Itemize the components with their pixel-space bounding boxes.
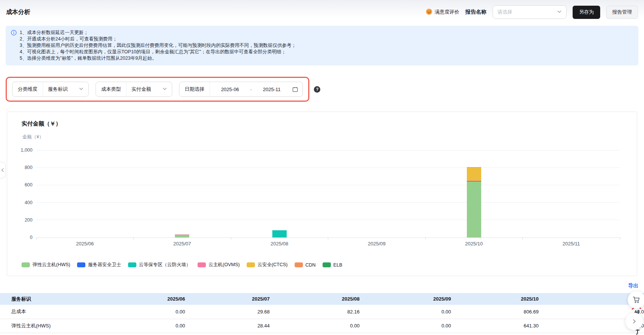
report-select[interactable]: 请选择 bbox=[493, 5, 567, 19]
legend-item[interactable]: 云主机(OVMS) bbox=[198, 262, 240, 268]
x-axis-label: 2025/09 bbox=[368, 241, 386, 247]
table-header-row: 服务标识2025/062025/072025/082025/092025/102… bbox=[0, 293, 644, 305]
date-end-input[interactable]: 2025-11 bbox=[252, 87, 292, 92]
legend-label: 云主机(OVMS) bbox=[208, 262, 240, 268]
legend-item[interactable]: CDN bbox=[295, 262, 316, 268]
date-label: 日期选择 bbox=[179, 82, 210, 96]
legend-item[interactable]: 服务器安全卫士 bbox=[77, 262, 121, 268]
bar-segment[interactable] bbox=[467, 181, 481, 181]
legend-label: 云等保专区（云防火墙） bbox=[139, 262, 191, 268]
bar-segment[interactable] bbox=[175, 234, 189, 235]
legend-swatch bbox=[247, 262, 255, 267]
sidebar-collapse-handle[interactable] bbox=[0, 162, 6, 178]
chart-title: 实付金额（￥） bbox=[22, 120, 61, 127]
value-cell: 641.30 bbox=[451, 319, 539, 333]
legend-label: 服务器安全卫士 bbox=[88, 262, 121, 268]
x-axis-tick bbox=[620, 237, 620, 239]
x-axis-label: 2025/06 bbox=[76, 241, 94, 247]
y-axis-tick-label: 0 bbox=[30, 235, 32, 240]
top-bar: 成本分析 满意度评价 报告名称 请选择 另存为 报告管理 bbox=[0, 0, 644, 23]
notice-line-4: 4、可视化图表上，每个时间粒度图形内，仅显示TOP10的项目，剩余金额汇总为"其… bbox=[20, 49, 296, 55]
value-cell: 29.68 bbox=[185, 305, 270, 319]
smiley-icon bbox=[426, 8, 432, 16]
chevron-left-icon bbox=[1, 168, 5, 172]
export-link[interactable]: 导出 bbox=[628, 283, 638, 288]
dimension-label: 分类维度 bbox=[12, 82, 43, 96]
value-cell: 28.44 bbox=[185, 319, 270, 333]
x-axis-tick bbox=[425, 237, 426, 239]
top-bar-actions: 满意度评价 报告名称 请选择 另存为 报告管理 bbox=[426, 5, 638, 19]
value-cell: 0.00 bbox=[270, 319, 360, 333]
value-cell: 0.00 bbox=[360, 305, 451, 319]
gridline bbox=[36, 168, 620, 168]
bar-segment[interactable] bbox=[467, 167, 481, 168]
x-axis-label: 2025/08 bbox=[270, 241, 288, 247]
help-icon[interactable]: ? bbox=[314, 86, 320, 93]
bar-segment[interactable] bbox=[175, 235, 189, 237]
chart-legend: 弹性云主机(HWS)服务器安全卫士云等保专区（云防火墙）云主机(OVMS)云安全… bbox=[22, 262, 342, 268]
bar-segment[interactable] bbox=[467, 168, 481, 181]
value-cell: 806.69 bbox=[451, 305, 539, 319]
notice-line-1: 1、成本分析数据延迟一天更新； bbox=[20, 29, 296, 36]
notice-banner: 1、成本分析数据延迟一天更新； 2、开通成本分析24小时后，可查看预测费用； 3… bbox=[6, 26, 638, 65]
y-axis-tick-label: 600 bbox=[25, 182, 32, 188]
chevron-down-icon bbox=[557, 9, 562, 16]
report-name-label: 报告名称 bbox=[465, 9, 486, 16]
x-axis-tick bbox=[231, 237, 231, 239]
legend-item[interactable]: 云安全(CTCS) bbox=[247, 262, 288, 268]
chevron-right-icon bbox=[632, 319, 637, 324]
y-axis-tick-label: 200 bbox=[25, 217, 32, 223]
value-cell: 82.16 bbox=[270, 305, 360, 319]
legend-label: CDN bbox=[306, 262, 316, 268]
cart-icon bbox=[633, 296, 640, 304]
y-axis-tick-label: 1,000 bbox=[21, 147, 32, 153]
gridline bbox=[36, 220, 620, 220]
y-axis-name: 金额（¥） bbox=[22, 134, 44, 140]
report-manage-button[interactable]: 报告管理 bbox=[606, 6, 638, 19]
date-range-filter: 日期选择 2025-06 - 2025-11 bbox=[179, 82, 303, 97]
dimension-value: 服务标识 bbox=[48, 86, 68, 93]
row-label-cell: 弹性云主机(HWS) bbox=[0, 319, 113, 333]
legend-item[interactable]: 弹性云主机(HWS) bbox=[22, 262, 70, 268]
x-axis-tick bbox=[328, 237, 328, 239]
notice-text: 1、成本分析数据延迟一天更新； 2、开通成本分析24小时后，可查看预测费用； 3… bbox=[20, 29, 296, 62]
save-as-button[interactable]: 另存为 bbox=[573, 6, 600, 19]
legend-item[interactable]: ELB bbox=[323, 262, 343, 268]
gridline bbox=[36, 185, 620, 185]
collapse-panel-button[interactable] bbox=[625, 313, 643, 330]
legend-label: ELB bbox=[334, 262, 343, 268]
satisfaction-rating-link[interactable]: 满意度评价 bbox=[426, 8, 459, 16]
legend-swatch bbox=[323, 262, 331, 267]
calendar-icon[interactable] bbox=[292, 87, 303, 92]
row-label-cell: 总成本 bbox=[0, 305, 113, 319]
chevron-down-icon bbox=[79, 87, 83, 92]
x-axis-tick bbox=[522, 237, 523, 239]
table-header-cell: 2025/10 bbox=[451, 293, 539, 305]
satisfaction-label: 满意度评价 bbox=[435, 9, 459, 16]
table-header-cell: 2025/07 bbox=[185, 293, 270, 305]
cost-type-filter: 成本类型 实付金额 bbox=[96, 82, 172, 97]
legend-label: 云安全(CTCS) bbox=[258, 262, 288, 268]
bar-segment[interactable] bbox=[272, 230, 287, 237]
date-start-input[interactable]: 2025-06 bbox=[210, 87, 250, 92]
cost-type-value: 实付金额 bbox=[131, 86, 151, 93]
bar-segment[interactable] bbox=[467, 181, 481, 237]
cost-table: 服务标识2025/062025/072025/082025/092025/102… bbox=[0, 293, 644, 333]
x-axis-label: 2025/07 bbox=[173, 241, 191, 247]
cost-type-select[interactable]: 实付金额 bbox=[127, 86, 172, 93]
x-axis-label: 2025/11 bbox=[562, 241, 580, 247]
gridline bbox=[36, 150, 620, 150]
cart-button[interactable] bbox=[628, 291, 644, 309]
page-title: 成本分析 bbox=[6, 8, 30, 16]
value-cell: 0.00 bbox=[360, 319, 451, 333]
report-select-placeholder: 请选择 bbox=[497, 9, 512, 16]
table-row: 弹性云主机(HWS)0.0028.440.000.00641.300.00 bbox=[0, 319, 644, 333]
filter-row: 分类维度 服务标识 成本类型 实付金额 日期选择 2025-06 - 2025-… bbox=[6, 77, 638, 102]
notice-line-5: 5、选择分类维度为"标签"，账单数据统计范围从2023年9月起始。 bbox=[20, 55, 296, 62]
notice-line-3: 3、预测费用根据用户的历史后付费费用估算，因此仅预测后付费费用变化，可能与预测时… bbox=[20, 42, 296, 49]
legend-item[interactable]: 云等保专区（云防火墙） bbox=[128, 262, 191, 268]
value-cell: 0.00 bbox=[113, 305, 185, 319]
table-header-cell: 服务标识 bbox=[0, 293, 113, 305]
dimension-select[interactable]: 服务标识 bbox=[43, 86, 88, 93]
info-icon bbox=[11, 30, 17, 62]
